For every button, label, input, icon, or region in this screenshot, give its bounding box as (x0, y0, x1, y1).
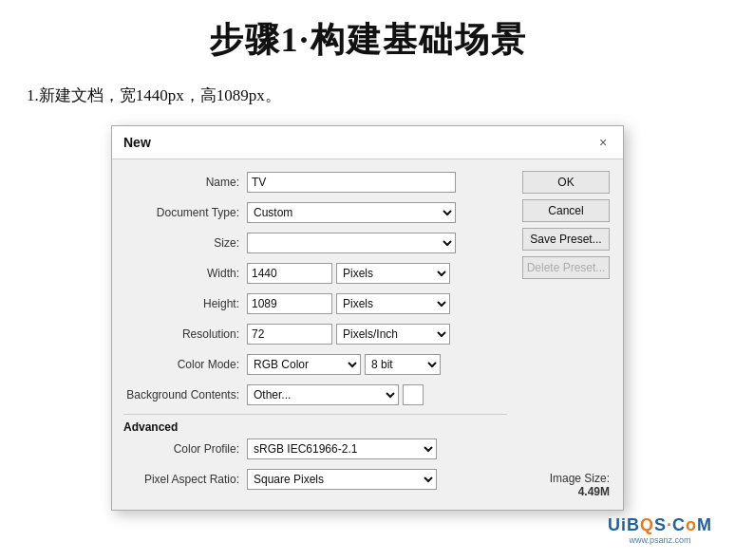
save-preset-button[interactable]: Save Preset... (522, 228, 610, 251)
pixel-aspect-row: Pixel Aspect Ratio: Square Pixels (123, 468, 507, 491)
height-row: Height: Pixels (123, 292, 507, 315)
advanced-section-label: Advanced (123, 414, 507, 434)
close-button[interactable]: × (594, 134, 612, 151)
width-unit-select[interactable]: Pixels (336, 263, 450, 284)
image-size-area: Image Size: 4.49M (522, 462, 613, 498)
pixel-aspect-select[interactable]: Square Pixels (247, 469, 437, 490)
background-label: Background Contents: (123, 388, 247, 401)
color-profile-select[interactable]: sRGB IEC61966-2.1 (247, 439, 437, 459)
delete-preset-button[interactable]: Delete Preset... (522, 256, 610, 279)
watermark-area: UiBQS·CoM www.psanz.com (608, 515, 712, 545)
size-select[interactable] (247, 233, 456, 253)
image-size-label: Image Size: (522, 472, 610, 485)
dialog-body: Name: Document Type: Custom Size: (112, 159, 623, 510)
page-title: 步骤1·构建基础场景 (27, 17, 708, 64)
dialog-buttons-area: OK Cancel Save Preset... Delete Preset..… (518, 171, 623, 498)
document-type-select[interactable]: Custom (247, 202, 456, 223)
pixel-aspect-label: Pixel Aspect Ratio: (123, 473, 247, 486)
resolution-unit-select[interactable]: Pixels/Inch (336, 324, 450, 345)
image-size-value: 4.49M (522, 485, 610, 498)
dialog-wrapper: New × Name: Document Type: Custom (27, 125, 708, 511)
dialog-titlebar: New × (112, 126, 623, 159)
color-preview-box[interactable] (403, 384, 424, 405)
photoshop-new-dialog: New × Name: Document Type: Custom (111, 125, 624, 511)
height-label: Height: (123, 297, 247, 310)
background-select[interactable]: Other... (247, 384, 399, 405)
dialog-title: New (123, 135, 151, 150)
color-mode-row: Color Mode: RGB Color 8 bit (123, 353, 507, 376)
cancel-button[interactable]: Cancel (522, 199, 610, 222)
width-label: Width: (123, 267, 247, 280)
width-row: Width: Pixels (123, 262, 507, 285)
dialog-fields: Name: Document Type: Custom Size: (112, 171, 518, 498)
document-type-row: Document Type: Custom (123, 201, 507, 224)
color-profile-label: Color Profile: (123, 442, 247, 456)
instruction-text: 1.新建文档，宽1440px，高1089px。 (27, 84, 708, 106)
color-mode-label: Color Mode: (123, 358, 247, 371)
width-input[interactable] (247, 263, 332, 284)
name-input[interactable] (247, 172, 456, 193)
ok-button[interactable]: OK (522, 171, 610, 194)
height-input[interactable] (247, 293, 332, 314)
height-unit-select[interactable]: Pixels (336, 293, 450, 314)
size-label: Size: (123, 236, 247, 250)
name-label: Name: (123, 176, 247, 189)
color-profile-row: Color Profile: sRGB IEC61966-2.1 (123, 438, 507, 460)
bit-depth-select[interactable]: 8 bit (365, 354, 441, 375)
watermark-text: UiBQS·CoM (608, 515, 712, 535)
resolution-row: Resolution: Pixels/Inch (123, 323, 507, 345)
resolution-label: Resolution: (123, 327, 247, 341)
document-type-label: Document Type: (123, 206, 247, 219)
name-row: Name: (123, 171, 507, 194)
page-container: 步骤1·构建基础场景 1.新建文档，宽1440px，高1089px。 New ×… (0, 0, 735, 560)
watermark-sub: www.psanz.com (608, 535, 712, 545)
color-mode-select[interactable]: RGB Color (247, 354, 361, 375)
size-row: Size: (123, 232, 507, 254)
resolution-input[interactable] (247, 324, 332, 345)
background-row: Background Contents: Other... (123, 383, 507, 406)
